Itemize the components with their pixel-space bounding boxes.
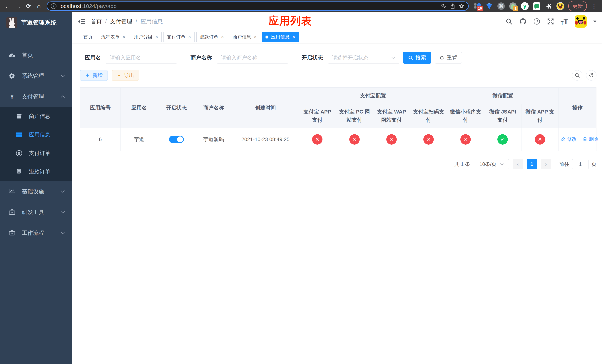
page-size-select[interactable]: 10条/页 <box>475 159 509 169</box>
chat-extension-icon[interactable] <box>533 2 540 10</box>
download-icon <box>117 73 122 78</box>
breadcrumb-section[interactable]: 支付管理 <box>110 18 132 25</box>
header-search-icon[interactable] <box>505 18 513 25</box>
close-icon[interactable]: ✕ <box>122 35 126 39</box>
sidebar-item-infrastructure[interactable]: 基础设施 <box>0 181 72 202</box>
close-icon[interactable]: ✕ <box>188 35 191 39</box>
avatar-dropdown-caret-icon[interactable] <box>593 21 596 24</box>
merchant-name-input[interactable] <box>217 52 288 64</box>
sidebar-item-app-info[interactable]: 应用信息 <box>0 126 72 144</box>
password-key-icon[interactable] <box>441 3 447 9</box>
close-icon[interactable]: ✕ <box>254 35 257 39</box>
sidebar-logo[interactable]: 芋道管理系统 <box>0 12 72 33</box>
browser-home-button[interactable]: ⌂ <box>34 2 43 11</box>
fullscreen-icon[interactable] <box>547 18 554 25</box>
sidebar-item-pay-order[interactable]: 支付订单 <box>0 144 72 162</box>
breadcrumb-home[interactable]: 首页 <box>91 18 102 25</box>
tab-process-form[interactable]: 流程表单✕ <box>98 32 129 42</box>
tab-label: 退款订单 <box>200 34 218 40</box>
yen-circle-icon <box>15 150 23 157</box>
github-icon[interactable] <box>519 18 527 25</box>
extensions-puzzle-icon[interactable] <box>545 2 552 10</box>
chevron-down-icon <box>60 209 65 215</box>
toggle-search-button[interactable] <box>572 70 582 81</box>
tab-merchant-info[interactable]: 商户信息✕ <box>229 32 260 42</box>
tab-groups-extension-icon[interactable]: 10 <box>473 2 481 10</box>
user-avatar[interactable] <box>575 15 587 28</box>
refresh-icon <box>589 73 594 78</box>
export-button[interactable]: 导出 <box>112 70 139 81</box>
refresh-table-button[interactable] <box>586 70 596 81</box>
tab-label: 首页 <box>83 34 93 40</box>
table-toolbar: 新增 导出 <box>80 70 596 81</box>
status-toggle[interactable] <box>169 136 184 143</box>
chrome-update-button[interactable]: 更新 <box>568 1 587 11</box>
close-icon[interactable]: ✕ <box>155 35 159 39</box>
edit-link[interactable]: 修改 <box>561 136 577 142</box>
browser-reload-button[interactable]: ⟳ <box>24 2 33 11</box>
sidebar-item-label: 首页 <box>22 52 33 59</box>
sidebar-item-merchant-info[interactable]: 商户信息 <box>0 107 72 126</box>
close-icon[interactable]: ✕ <box>221 35 224 39</box>
share-icon[interactable] <box>450 3 456 9</box>
help-question-icon[interactable] <box>533 18 540 25</box>
screen: ← → ⟳ ⌂ i localhost:1024/pay/app 10 ⌘ 1 … <box>0 0 602 364</box>
browser-menu-icon[interactable]: ⋮ <box>589 2 599 10</box>
col-alipay-scan: 支付宝扫码支付 <box>410 104 447 128</box>
close-icon[interactable]: ✕ <box>292 35 295 39</box>
extension-strip: 10 ⌘ 1 y <box>473 2 564 10</box>
tab-user-group[interactable]: 用户分组✕ <box>131 32 162 42</box>
prev-page-button[interactable]: ‹ <box>513 159 523 169</box>
tab-home[interactable]: 首页 <box>80 32 96 42</box>
profile-extension-icon[interactable]: 1 <box>509 2 517 10</box>
sidebar-collapse-icon[interactable] <box>78 18 86 25</box>
goto-page-input[interactable] <box>572 159 589 169</box>
col-wechat-jsapi: 微信 JSAPI 支付 <box>484 104 521 128</box>
url-path: :1024/pay/app <box>81 3 117 9</box>
sidebar: 芋道管理系统 首页 系统管理 ¥ 支付管理 <box>0 12 72 364</box>
sidebar-item-label: 支付订单 <box>29 150 50 157</box>
sidebar-item-label: 商户信息 <box>29 113 50 120</box>
pencil-icon <box>561 137 566 141</box>
address-bar[interactable]: i localhost:1024/pay/app <box>47 1 469 11</box>
col-wechat-lite: 微信小程序支付 <box>447 104 484 128</box>
sidebar-item-dev-tools[interactable]: 研发工具 <box>0 202 72 223</box>
tags-view-bar: 首页 流程表单✕ 用户分组✕ 支付订单✕ 退款订单✕ 商户信息✕ 应用信息✕ <box>72 31 602 43</box>
alipay-wap-disabled-icon: ✕ <box>386 134 397 145</box>
command-extension-icon[interactable]: ⌘ <box>497 2 505 10</box>
reset-button[interactable]: 重置 <box>435 52 462 64</box>
browser-forward-button[interactable]: → <box>14 2 22 11</box>
tab-pay-order[interactable]: 支付订单✕ <box>163 32 194 42</box>
extension-badge: 10 <box>477 6 483 11</box>
font-size-icon[interactable]: TT <box>560 18 568 25</box>
tab-app-info[interactable]: 应用信息✕ <box>262 32 299 42</box>
top-navbar: 首页 / 支付管理 / 应用信息 TT <box>72 12 602 31</box>
search-button[interactable]: 搜索 <box>403 52 431 64</box>
delete-link-label: 删除 <box>589 136 599 142</box>
yuque-extension-icon[interactable]: y <box>521 2 529 10</box>
browser-profile-avatar[interactable] <box>557 2 564 10</box>
cell-merchant: 芋道源码 <box>195 128 232 151</box>
site-info-icon[interactable]: i <box>51 3 56 9</box>
logo-rabbit-image <box>6 17 17 28</box>
next-page-button[interactable]: › <box>541 159 551 169</box>
bookmark-star-icon[interactable] <box>459 3 464 9</box>
add-button[interactable]: 新增 <box>80 70 108 81</box>
app-name-input[interactable] <box>106 52 177 64</box>
gem-extension-icon[interactable] <box>485 2 493 10</box>
page-annotation: 应用列表 <box>269 14 312 28</box>
tab-refund-order[interactable]: 退款订单✕ <box>196 32 227 42</box>
status-select[interactable]: 请选择开启状态 <box>328 52 399 64</box>
page-number-1[interactable]: 1 <box>527 159 537 169</box>
cell-created: 2021-10-23 08:49:25 <box>232 128 299 151</box>
browser-back-button[interactable]: ← <box>3 2 12 11</box>
status-label: 开启状态 <box>301 54 323 62</box>
sidebar-item-workflow[interactable]: 工作流程 <box>0 223 72 243</box>
col-ops: 操作 <box>559 87 596 128</box>
sidebar-item-system[interactable]: 系统管理 <box>0 65 72 86</box>
sidebar-item-home[interactable]: 首页 <box>0 45 72 65</box>
sidebar-item-payment[interactable]: ¥ 支付管理 <box>0 86 72 107</box>
status-select-placeholder: 请选择开启状态 <box>332 54 391 61</box>
delete-link[interactable]: 删除 <box>582 136 599 142</box>
sidebar-item-refund-order[interactable]: 退款订单 <box>0 162 72 181</box>
